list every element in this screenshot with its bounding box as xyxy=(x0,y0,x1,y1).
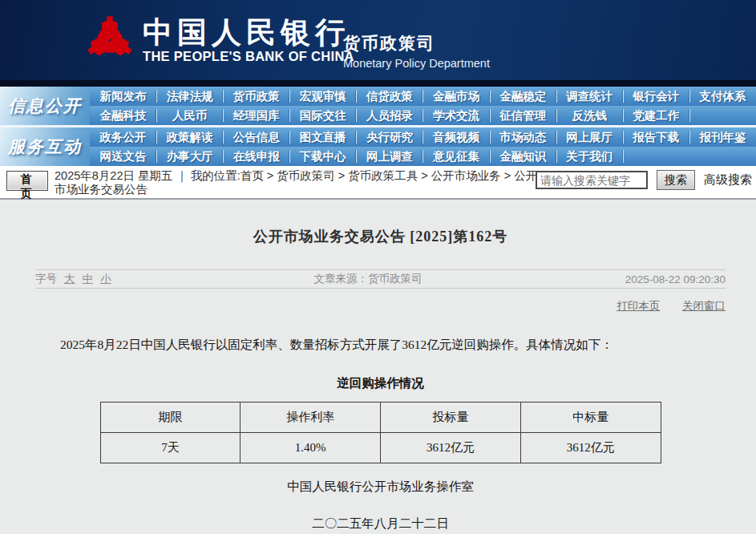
print-page-link[interactable]: 打印本页 xyxy=(617,300,660,312)
nav-item[interactable]: 办事大厅 xyxy=(156,147,223,166)
advanced-search-link[interactable]: 高级搜索 xyxy=(704,172,752,188)
nav-item[interactable]: 政策解读 xyxy=(156,127,223,147)
table-header-cell: 操作利率 xyxy=(241,403,381,433)
nav-item[interactable]: 公告信息 xyxy=(223,127,289,147)
table-cell: 3612亿元 xyxy=(520,433,661,463)
search-input[interactable] xyxy=(536,171,648,189)
department-block: 货币政策司 Monetary Policy Department xyxy=(343,32,490,70)
nav-item[interactable]: 关于我们 xyxy=(556,147,623,166)
nav-item[interactable]: 调查统计 xyxy=(556,87,623,106)
nav-item[interactable]: 音频视频 xyxy=(422,127,489,147)
article-actions: 打印本页 关闭窗口 xyxy=(35,299,726,314)
signature-line: 中国人民银行公开市场业务操作室 xyxy=(35,479,726,496)
nav-item[interactable]: 反洗钱 xyxy=(556,106,623,125)
header-divider xyxy=(0,80,756,87)
nav-item[interactable]: 人民币 xyxy=(156,106,223,125)
nav-item[interactable]: 网上展厅 xyxy=(556,127,623,147)
nav-row: 金融科技人民币经理国库国际交往人员招录学术交流征信管理反洗钱党建工作 xyxy=(90,106,756,125)
nav-row: 网送文告办事大厅在线申报下载中心网上调查意见征集金融知识关于我们 xyxy=(90,147,756,166)
pboc-logo-icon xyxy=(85,10,135,73)
home-button[interactable]: 首 页 xyxy=(6,171,48,191)
nav-item[interactable]: 学术交流 xyxy=(422,106,489,125)
article-content: 公开市场业务交易公告 [2025]第162号 字号大中小 文章来源：货币政策司 … xyxy=(0,227,756,532)
site-header: 中国人民银行 THE PEOPLE'S BANK OF CHINA 货币政策司 … xyxy=(0,0,756,80)
nav-item[interactable]: 金融稳定 xyxy=(490,87,556,106)
nav-group-1: 信息公开新闻发布法律法规货币政策宏观审慎信贷政策金融市场金融稳定调查统计银行会计… xyxy=(0,87,756,125)
nav-item[interactable]: 在线申报 xyxy=(223,147,289,166)
table-cell: 1.40% xyxy=(241,433,381,463)
table-cell: 3612亿元 xyxy=(381,433,521,463)
table-header-cell: 期限 xyxy=(100,403,241,433)
bank-name-block: 中国人民银行 THE PEOPLE'S BANK OF CHINA xyxy=(143,16,354,64)
signature-date: 二〇二五年八月二十二日 xyxy=(35,516,726,532)
nav-item[interactable]: 法律法规 xyxy=(156,87,223,106)
nav-cell-empty xyxy=(623,147,689,166)
source-value: 货币政策司 xyxy=(368,273,422,285)
article-body: 2025年8月22日中国人民银行以固定利率、数量招标方式开展了3612亿元逆回购… xyxy=(35,337,726,354)
breadcrumb[interactable]: 2025年8月22日 星期五 ｜ 我的位置:首页 > 货币政策司 > 货币政策工… xyxy=(55,169,547,196)
nav-cell-empty xyxy=(689,147,756,166)
nav-item[interactable]: 宏观审慎 xyxy=(289,87,356,106)
pboc-page: 中国人民银行 THE PEOPLE'S BANK OF CHINA 货币政策司 … xyxy=(0,0,756,534)
nav-item[interactable]: 金融科技 xyxy=(90,106,156,125)
nav-item[interactable]: 经理国库 xyxy=(223,106,289,125)
search-area: 搜索 高级搜索 xyxy=(536,170,752,190)
nav-item[interactable]: 信贷政策 xyxy=(356,87,422,106)
nav-item[interactable]: 央行研究 xyxy=(356,127,422,147)
nav-group-2: 服务互动政务公开政策解读公告信息图文直播央行研究音频视频市场动态网上展厅报告下载… xyxy=(0,127,756,166)
article-datetime: 2025-08-22 09:20:30 xyxy=(625,273,726,285)
department-name-en: Monetary Policy Department xyxy=(343,57,490,70)
nav-item[interactable]: 图文直播 xyxy=(289,127,356,147)
close-window-link[interactable]: 关闭窗口 xyxy=(682,300,726,312)
nav-item[interactable]: 市场动态 xyxy=(490,127,556,147)
nav-group-label[interactable]: 信息公开 xyxy=(0,87,90,125)
article-meta-row: 字号大中小 文章来源：货币政策司 2025-08-22 09:20:30 xyxy=(35,269,726,289)
operation-table-title: 逆回购操作情况 xyxy=(35,375,726,392)
department-name-cn: 货币政策司 xyxy=(343,32,490,55)
nav-group-label[interactable]: 服务互动 xyxy=(0,127,90,166)
font-size-controls: 字号大中小 xyxy=(35,272,111,286)
source-label: 文章来源： xyxy=(314,273,369,285)
nav-item[interactable]: 金融市场 xyxy=(422,87,489,106)
nav-item[interactable]: 银行会计 xyxy=(623,87,689,106)
nav-row: 新闻发布法律法规货币政策宏观审慎信贷政策金融市场金融稳定调查统计银行会计支付体系 xyxy=(90,87,756,106)
breadcrumb-bar: 首 页 2025年8月22日 星期五 ｜ 我的位置:首页 > 货币政策司 > 货… xyxy=(0,166,756,200)
nav-item[interactable]: 下载中心 xyxy=(289,147,356,166)
nav-item[interactable]: 意见征集 xyxy=(422,147,489,166)
nav-item[interactable]: 报刊年鉴 xyxy=(689,127,756,147)
nav-item[interactable]: 网送文告 xyxy=(90,147,156,166)
nav-item[interactable]: 人员招录 xyxy=(356,106,422,125)
font-size-large-link[interactable]: 大 xyxy=(64,273,75,285)
nav-item[interactable]: 金融知识 xyxy=(490,147,556,166)
nav-item[interactable]: 征信管理 xyxy=(490,106,556,125)
table-row: 7天1.40%3612亿元3612亿元 xyxy=(100,433,661,463)
nav-row: 政务公开政策解读公告信息图文直播央行研究音频视频市场动态网上展厅报告下载报刊年鉴 xyxy=(90,127,756,147)
operation-table: 期限操作利率投标量中标量7天1.40%3612亿元3612亿元 xyxy=(100,402,661,463)
nav-item[interactable]: 报告下载 xyxy=(623,127,689,147)
nav-item[interactable]: 新闻发布 xyxy=(90,87,156,106)
table-header-cell: 投标量 xyxy=(381,403,521,433)
nav-item[interactable]: 党建工作 xyxy=(623,106,689,125)
font-size-medium-link[interactable]: 中 xyxy=(83,273,94,285)
font-size-label: 字号 xyxy=(35,273,57,285)
table-cell: 7天 xyxy=(100,433,241,463)
main-nav: 信息公开新闻发布法律法规货币政策宏观审慎信贷政策金融市场金融稳定调查统计银行会计… xyxy=(0,87,756,166)
nav-item[interactable]: 支付体系 xyxy=(689,87,756,106)
bank-name-cn: 中国人民银行 xyxy=(143,16,354,48)
nav-item[interactable]: 网上调查 xyxy=(356,147,422,166)
table-header-cell: 中标量 xyxy=(520,403,661,433)
nav-item[interactable]: 货币政策 xyxy=(223,87,289,106)
nav-item[interactable]: 国际交往 xyxy=(289,106,356,125)
page-title: 公开市场业务交易公告 [2025]第162号 xyxy=(35,227,726,246)
nav-cell-empty xyxy=(689,106,756,125)
search-button[interactable]: 搜索 xyxy=(657,170,695,190)
font-size-small-link[interactable]: 小 xyxy=(100,273,111,285)
table-header-row: 期限操作利率投标量中标量 xyxy=(100,403,661,433)
nav-item[interactable]: 政务公开 xyxy=(90,127,156,147)
article-source: 文章来源：货币政策司 xyxy=(314,272,422,286)
bank-name-en: THE PEOPLE'S BANK OF CHINA xyxy=(143,49,354,64)
